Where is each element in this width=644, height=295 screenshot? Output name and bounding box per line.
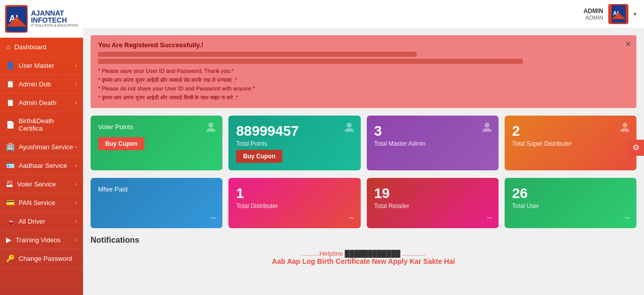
alert-title: You Are Registered Successfully.! <box>98 41 629 49</box>
nav-icon-user-master: 👤 <box>6 61 15 69</box>
nav-arrow-aadhaar: › <box>75 162 77 168</box>
nav-item-left: 🗳 Voter Service <box>6 180 56 188</box>
card-wave-total-retailer: ～ <box>486 213 494 223</box>
nav-label-ayushman: Ayushman Service <box>19 143 73 151</box>
nav-icon-admin-death: 📋 <box>6 99 15 107</box>
nav-item-left: ⌂ Dashboard <box>6 43 46 51</box>
nav-label-birth-death: Birth&Death Certifica <box>19 117 77 132</box>
card-voter-points: Voter PointsBuy Cupon <box>91 116 222 170</box>
card-total-super-distributer: 2Total Super Distributer <box>505 116 636 170</box>
card-subtitle-total-master-admin: Total Master Admin <box>374 140 491 147</box>
sidebar-item-voter-service[interactable]: 🗳 Voter Service › <box>0 175 83 193</box>
card-number-total-points: 88999457 <box>236 123 353 139</box>
card-number-total-distributer: 1 <box>236 185 353 202</box>
card-wave-total-distributer: ～ <box>348 213 356 223</box>
nav-arrow-admin-death: › <box>75 100 77 106</box>
nav-arrow-user-master: › <box>75 62 77 68</box>
card-mfee-paid: ～Mfee Paid <box>91 178 222 228</box>
nav-item-left: 💳 PAN Service <box>6 199 55 207</box>
card-title-mfee-paid: Mfee Paid <box>98 185 215 193</box>
notification-content: ..........Helpline ████████████ ........… <box>91 250 636 265</box>
brand-sub: IT SOLUTION & EDUCATION <box>31 24 77 28</box>
card-icon-total-master-admin <box>481 122 493 135</box>
nav-label-user-master: User Master <box>19 62 54 69</box>
card-total-points: 88999457Total PointsBuy Cupon <box>228 116 360 170</box>
sidebar-item-dashboard[interactable]: ⌂ Dashboard <box>0 38 83 56</box>
nav-item-left: 🚗 All Driver <box>6 217 45 225</box>
card-icon-total-super-distributer <box>619 122 630 135</box>
logo-icon: AI <box>5 5 28 33</box>
card-subtitle-total-points: Total Points <box>236 140 353 147</box>
nav-item-left: 🔑 Change Password <box>6 254 72 262</box>
nav-item-left: 🏥 Ayushman Service <box>6 143 73 151</box>
card-icon-voter-points <box>205 122 216 135</box>
sidebar-item-birth-death[interactable]: 📄 Birth&Death Certifica <box>0 112 83 138</box>
card-btn-total-points[interactable]: Buy Cupon <box>236 150 282 163</box>
header-logo: AI <box>608 4 628 24</box>
brand-name: AJANNAT INFOTECH <box>31 10 77 24</box>
nav-label-change-password: Change Password <box>19 255 72 262</box>
nav-label-admin-death: Admin Death <box>19 99 56 107</box>
alert-line-3: * Please do not share your User ID and P… <box>98 84 629 93</box>
nav-icon-birth-death: 📄 <box>6 121 15 129</box>
card-number-total-master-admin: 3 <box>374 123 491 139</box>
nav-label-dashboard: Dashboard <box>14 43 46 51</box>
helpline-text: ..........Helpline <box>301 250 345 257</box>
notifications-section: Notifications ..........Helpline ███████… <box>91 236 636 265</box>
card-number-total-super-distributer: 2 <box>512 123 629 139</box>
sidebar-navigation: ⌂ Dashboard 👤 User Master › 📋 Admin Dob … <box>0 38 83 295</box>
card-total-master-admin: 3Total Master Admin <box>367 116 499 170</box>
notifications-title: Notifications <box>91 236 636 245</box>
nav-icon-pan-service: 💳 <box>6 199 15 207</box>
header-username: ADMIN <box>584 8 603 15</box>
nav-label-training-videos: Training Videos <box>16 236 61 244</box>
header-dropdown-icon[interactable]: ▾ <box>633 11 636 18</box>
sidebar-item-aadhaar[interactable]: 🪪 Aadhaar Service › <box>0 156 83 175</box>
header-user: ADMIN ADMIN <box>584 8 603 21</box>
card-subtitle-total-retailer: Total Retailer <box>374 203 491 210</box>
nav-icon-change-password: 🔑 <box>6 254 15 262</box>
helpline-dots: ............. <box>402 250 426 257</box>
sidebar-item-change-password[interactable]: 🔑 Change Password <box>0 249 83 268</box>
sidebar-logo: AI AJANNAT INFOTECH IT SOLUTION & EDUCAT… <box>0 0 83 38</box>
card-icon-total-points <box>344 122 355 135</box>
sidebar-item-training-videos[interactable]: ▶ Training Videos › <box>0 231 83 249</box>
main-content: ADMIN ADMIN AI ▾ ✕ You Are Registered Su… <box>83 0 644 295</box>
sidebar-item-pan-service[interactable]: 💳 PAN Service › <box>0 193 83 212</box>
svg-point-8 <box>485 123 490 128</box>
nav-item-left: 📋 Admin Dob <box>6 80 51 88</box>
helpline-line: ..........Helpline ████████████ ........… <box>91 250 636 257</box>
nav-item-left: ▶ Training Videos <box>6 236 61 244</box>
sidebar-item-user-master[interactable]: 👤 User Master › <box>0 56 83 75</box>
sidebar-item-admin-dob[interactable]: 📋 Admin Dob › <box>0 75 83 93</box>
nav-icon-training-videos: ▶ <box>6 236 12 244</box>
content-area: ✕ You Are Registered Successfully.! * Pl… <box>83 28 644 295</box>
nav-icon-dashboard: ⌂ <box>6 43 10 51</box>
nav-icon-all-driver: 🚗 <box>6 217 15 225</box>
header: ADMIN ADMIN AI ▾ <box>83 0 644 28</box>
header-role: ADMIN <box>586 15 603 21</box>
card-btn-voter-points[interactable]: Buy Cupon <box>98 137 144 150</box>
alert-line-1: * Please save your User ID and Password.… <box>98 67 629 76</box>
alert-line-4: * कृपया आप अपना यूजर आईडी और पासवर्ड किस… <box>98 93 629 103</box>
nav-item-left: 🪪 Aadhaar Service <box>6 161 67 169</box>
card-number-total-user: 26 <box>512 185 629 202</box>
nav-label-admin-dob: Admin Dob <box>19 80 51 88</box>
nav-icon-voter-service: 🗳 <box>6 180 13 188</box>
nav-arrow-training-videos: › <box>75 237 77 243</box>
card-total-retailer: ～19Total Retailer <box>367 178 499 228</box>
card-subtitle-total-user: Total User <box>512 203 629 210</box>
nav-arrow-all-driver: › <box>75 218 77 224</box>
alert-close-button[interactable]: ✕ <box>625 39 631 49</box>
sidebar-item-admin-death[interactable]: 📋 Admin Death › <box>0 93 83 112</box>
nav-item-left: 📄 Birth&Death Certifica <box>6 117 77 132</box>
card-subtitle-total-distributer: Total Distributer <box>236 203 353 210</box>
nav-label-pan-service: PAN Service <box>19 199 55 207</box>
alert-text: * Please save your User ID and Password.… <box>98 67 629 102</box>
card-title-voter-points: Voter Points <box>98 123 215 131</box>
card-subtitle-total-super-distributer: Total Super Distributer <box>512 140 629 147</box>
alert-blurred-line-1 <box>98 52 417 57</box>
settings-gear-button[interactable]: ⚙ <box>628 140 644 156</box>
sidebar-item-all-driver[interactable]: 🚗 All Driver › <box>0 212 83 231</box>
sidebar-item-ayushman[interactable]: 🏥 Ayushman Service › <box>0 138 83 156</box>
